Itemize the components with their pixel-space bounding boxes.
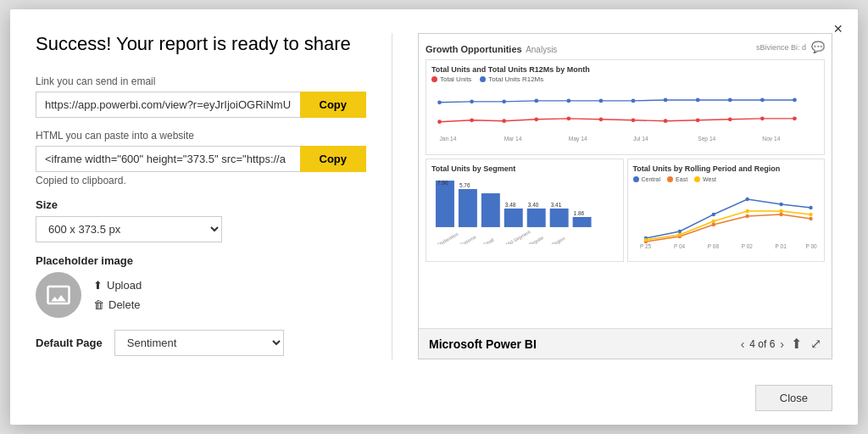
- bottom-right-chart: Total Units by Rolling Period and Region…: [627, 159, 826, 262]
- next-page-button[interactable]: ›: [780, 337, 784, 351]
- svg-point-2: [502, 99, 506, 103]
- chat-icon: 💬: [811, 41, 825, 53]
- image-icon: [46, 282, 71, 308]
- top-chart-title: Total Units and Total Units R12Ms by Mon…: [431, 65, 819, 74]
- share-icon[interactable]: ⬆: [791, 336, 802, 352]
- preview-footer: Microsoft Power BI ‹ 4 of 6 › ⬆ ⤢: [419, 328, 832, 359]
- svg-point-20: [696, 118, 700, 122]
- svg-rect-30: [436, 181, 454, 227]
- delete-button[interactable]: 🗑 Delete: [93, 297, 142, 313]
- svg-point-62: [677, 233, 681, 236]
- size-section: Size 600 x 373.5 px: [36, 198, 366, 242]
- svg-point-60: [809, 217, 812, 220]
- svg-rect-31: [459, 189, 477, 227]
- email-link-label: Link you can send in email: [36, 75, 366, 87]
- prev-page-button[interactable]: ‹: [741, 337, 745, 351]
- svg-point-19: [664, 119, 668, 123]
- svg-point-13: [470, 118, 474, 122]
- upload-button[interactable]: ⬆ Upload: [93, 277, 142, 293]
- svg-rect-33: [504, 209, 523, 227]
- svg-point-21: [728, 117, 732, 121]
- svg-text:Extreme: Extreme: [459, 234, 477, 244]
- svg-text:Small: Small: [482, 237, 495, 244]
- page-indicator: 4 of 6: [749, 338, 775, 350]
- svg-point-9: [728, 98, 732, 103]
- svg-point-23: [793, 116, 797, 120]
- chart-subtitle: Analysis: [526, 45, 557, 54]
- svg-text:P 02: P 02: [741, 243, 753, 249]
- placeholder-section: Placeholder image ⬆ Upload 🗑: [36, 254, 366, 318]
- svg-point-4: [566, 99, 570, 103]
- top-line-chart-svg: Jan 14 Mar 14 May 14 Jul 14 Sep 14 Nov 1…: [431, 86, 819, 146]
- bottom-charts: Total Units by Segment: [426, 159, 825, 262]
- svg-point-64: [745, 209, 748, 213]
- delete-label: Delete: [108, 298, 141, 311]
- svg-text:P 25: P 25: [639, 243, 651, 249]
- svg-point-11: [793, 98, 797, 103]
- svg-point-5: [599, 99, 604, 103]
- multi-line-chart-svg: P 25 P 04 P 08 P 02 P 01 P 00: [633, 185, 820, 253]
- html-embed-label: HTML you can paste into a website: [36, 130, 366, 142]
- svg-text:Mar 14: Mar 14: [504, 136, 522, 142]
- copy-email-link-button[interactable]: Copy: [300, 92, 367, 118]
- svg-point-61: [643, 238, 647, 242]
- expand-icon[interactable]: ⤢: [810, 336, 821, 352]
- svg-point-63: [711, 220, 715, 223]
- svg-rect-34: [527, 209, 546, 227]
- close-icon[interactable]: ×: [833, 21, 843, 36]
- legend-total-units: Total Units: [440, 75, 471, 83]
- right-panel: Growth Opportunities Analysis sBivience …: [418, 33, 832, 359]
- svg-point-22: [760, 116, 765, 120]
- default-page-select[interactable]: Sentiment: [114, 330, 284, 356]
- copy-html-embed-button[interactable]: Copy: [300, 146, 367, 172]
- bottom-right-title: Total Units by Rolling Period and Region: [633, 164, 820, 173]
- svg-text:P 01: P 01: [775, 243, 787, 249]
- size-select[interactable]: 600 x 373.5 px: [36, 216, 222, 242]
- svg-point-8: [696, 98, 700, 103]
- svg-point-16: [566, 116, 570, 120]
- legend-r12ms: Total Units R12Ms: [488, 75, 543, 83]
- chart-title: Growth Opportunities: [426, 44, 522, 54]
- svg-text:P 00: P 00: [805, 243, 817, 249]
- svg-point-57: [711, 223, 715, 226]
- preview-chart-area: Growth Opportunities Analysis sBivience …: [419, 34, 832, 328]
- top-chart: Total Units and Total Units R12Ms by Mon…: [426, 59, 825, 155]
- html-embed-input[interactable]: [36, 146, 300, 172]
- svg-rect-35: [550, 209, 569, 227]
- size-title: Size: [36, 198, 366, 211]
- report-id: sBivience Bi: d: [756, 43, 806, 52]
- svg-point-52: [745, 198, 748, 201]
- svg-text:Regular: Regular: [528, 235, 545, 244]
- html-embed-section: HTML you can paste into a website Copy C…: [36, 130, 366, 186]
- placeholder-icon: [36, 272, 81, 318]
- svg-point-17: [599, 117, 604, 121]
- copied-message: Copied to clipboard.: [36, 175, 366, 186]
- bottom-left-chart: Total Units by Segment: [426, 159, 624, 262]
- svg-point-10: [760, 98, 765, 103]
- footer-icons: ⬆ ⤢: [791, 336, 821, 352]
- svg-point-1: [470, 99, 474, 103]
- svg-point-53: [779, 203, 782, 206]
- placeholder-title: Placeholder image: [36, 254, 366, 267]
- divider: [392, 33, 392, 359]
- svg-point-58: [745, 214, 748, 218]
- svg-text:Moderation: Moderation: [437, 231, 459, 244]
- svg-rect-36: [573, 217, 592, 227]
- footer-nav: ‹ 4 of 6 ›: [741, 337, 784, 351]
- share-dialog: × Success! Your report is ready to share…: [10, 9, 858, 425]
- svg-text:3.48: 3.48: [505, 202, 516, 208]
- dialog-title: Success! Your report is ready to share: [36, 33, 366, 55]
- placeholder-actions: ⬆ Upload 🗑 Delete: [93, 277, 142, 313]
- svg-point-66: [809, 213, 812, 216]
- svg-text:May 14: May 14: [569, 136, 587, 142]
- default-page-title: Default Page: [36, 337, 103, 349]
- svg-point-6: [632, 99, 636, 103]
- upload-icon: ⬆: [93, 279, 103, 292]
- svg-point-54: [809, 206, 812, 209]
- preview-frame: Growth Opportunities Analysis sBivience …: [418, 33, 832, 359]
- close-button[interactable]: Close: [755, 385, 832, 411]
- email-link-input[interactable]: [36, 92, 300, 118]
- svg-point-12: [437, 120, 442, 124]
- email-link-section: Link you can send in email Copy: [36, 75, 366, 118]
- svg-text:3.40: 3.40: [528, 202, 539, 208]
